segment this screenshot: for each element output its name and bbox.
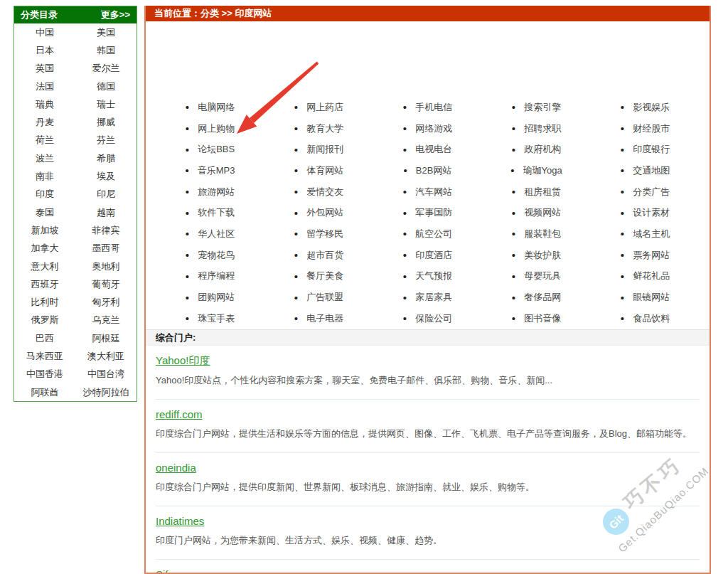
sidebar-country-link[interactable]: 葡萄牙 <box>75 275 136 293</box>
category-link[interactable]: 域名主机 <box>633 228 670 240</box>
sidebar-country-link[interactable]: 德国 <box>75 78 136 95</box>
category-link[interactable]: 餐厅美食 <box>306 270 343 282</box>
sidebar-country-link[interactable]: 中国 <box>14 23 75 41</box>
category-link[interactable]: 军事国防 <box>415 206 452 219</box>
category-link[interactable]: 新闻报刊 <box>306 143 343 156</box>
sidebar-country-link[interactable]: 爱尔兰 <box>75 60 136 78</box>
portal-link[interactable]: rediff.com <box>156 408 203 420</box>
category-link[interactable]: 设计素材 <box>633 206 670 219</box>
category-link[interactable]: 财经股市 <box>633 122 670 135</box>
sidebar-country-link[interactable]: 奥地利 <box>75 257 136 275</box>
sidebar-country-link[interactable]: 阿联酋 <box>14 383 75 401</box>
sidebar-country-link[interactable]: 印尼 <box>75 186 136 203</box>
sidebar-country-link[interactable]: 墨西哥 <box>75 240 136 257</box>
category-link[interactable]: 招聘求职 <box>524 122 561 135</box>
category-link[interactable]: 团购网站 <box>198 291 235 304</box>
category-link[interactable]: 手机电信 <box>415 101 452 114</box>
category-link[interactable]: 影视娱乐 <box>633 101 670 114</box>
sidebar-country-link[interactable]: 美国 <box>75 23 136 41</box>
portal-link[interactable]: Indiatimes <box>156 515 204 527</box>
sidebar-country-link[interactable]: 丹麦 <box>14 113 75 131</box>
category-link[interactable]: 宠物花鸟 <box>198 249 235 262</box>
sidebar-country-link[interactable]: 瑞士 <box>75 95 136 113</box>
sidebar-country-link[interactable]: 澳大利亚 <box>75 347 136 365</box>
sidebar-country-link[interactable]: 意大利 <box>14 257 75 275</box>
category-link[interactable]: B2B网站 <box>416 164 452 177</box>
category-link[interactable]: 超市百货 <box>306 249 343 262</box>
category-link[interactable]: 外包网站 <box>306 206 343 219</box>
category-link[interactable]: 音乐MP3 <box>198 164 235 177</box>
category-link[interactable]: 广告联盟 <box>306 291 343 304</box>
category-link[interactable]: 印度银行 <box>633 143 670 156</box>
category-link[interactable]: 爱情交友 <box>306 186 343 198</box>
category-link[interactable]: 旅游网站 <box>198 186 235 198</box>
sidebar-country-link[interactable]: 瑞典 <box>14 95 75 113</box>
category-link[interactable]: 家居家具 <box>415 291 452 304</box>
sidebar-country-link[interactable]: 荷兰 <box>14 132 75 149</box>
sidebar-country-link[interactable]: 匈牙利 <box>75 293 136 311</box>
category-link[interactable]: 程序编程 <box>198 270 235 282</box>
sidebar-country-link[interactable]: 俄罗斯 <box>14 312 75 329</box>
category-link[interactable]: 网上药店 <box>306 101 343 114</box>
category-link[interactable]: 天气预报 <box>415 270 452 282</box>
category-link[interactable]: 政府机构 <box>524 143 561 156</box>
portal-link[interactable]: Yahoo!印度 <box>156 354 210 368</box>
portal-link[interactable]: oneindia <box>156 462 196 474</box>
sidebar-country-link[interactable]: 菲律宾 <box>75 221 136 239</box>
category-link[interactable]: 论坛BBS <box>198 143 235 156</box>
more-link[interactable]: 更多>> <box>101 9 130 21</box>
sidebar-country-link[interactable]: 希腊 <box>75 149 136 167</box>
category-link[interactable]: 汽车网站 <box>415 186 452 198</box>
category-link[interactable]: 奢侈品网 <box>524 291 561 304</box>
sidebar-country-link[interactable]: 中国香港 <box>14 366 75 383</box>
sidebar-country-link[interactable]: 挪威 <box>75 113 136 131</box>
sidebar-country-link[interactable]: 印度 <box>14 186 75 203</box>
sidebar-country-link[interactable]: 波兰 <box>14 149 75 167</box>
sidebar-country-link[interactable]: 西班牙 <box>14 275 75 293</box>
category-link[interactable]: 食品饮料 <box>633 312 670 325</box>
category-link[interactable]: 软件下载 <box>198 206 235 219</box>
category-link[interactable]: 交通地图 <box>633 164 670 177</box>
category-link[interactable]: 电脑网络 <box>198 101 235 114</box>
category-link[interactable]: 留学移民 <box>306 228 343 240</box>
sidebar-country-link[interactable]: 阿根廷 <box>75 329 136 347</box>
sidebar-country-link[interactable]: 埃及 <box>75 167 136 185</box>
sidebar-country-link[interactable]: 加拿大 <box>14 240 75 257</box>
category-link[interactable]: 眼镜网站 <box>633 291 670 304</box>
sidebar-country-link[interactable]: 巴西 <box>14 329 75 347</box>
category-link[interactable]: 华人社区 <box>198 228 235 240</box>
sidebar-country-link[interactable]: 法国 <box>14 78 75 95</box>
sidebar-country-link[interactable]: 马来西亚 <box>14 347 75 365</box>
sidebar-country-link[interactable]: 泰国 <box>14 203 75 221</box>
sidebar-country-link[interactable]: 南非 <box>14 167 75 185</box>
sidebar-country-link[interactable]: 中国台湾 <box>75 366 136 383</box>
category-link[interactable]: 票务网站 <box>633 249 670 262</box>
portal-link[interactable]: Sify.com <box>156 568 196 574</box>
sidebar-country-link[interactable]: 芬兰 <box>75 132 136 149</box>
category-link[interactable]: 网络游戏 <box>415 122 452 135</box>
sidebar-country-link[interactable]: 越南 <box>75 203 136 221</box>
category-link[interactable]: 电视电台 <box>415 143 452 156</box>
category-link[interactable]: 网上购物 <box>198 122 235 135</box>
category-link[interactable]: 服装鞋包 <box>524 228 561 240</box>
sidebar-country-link[interactable]: 沙特阿拉伯 <box>75 383 136 401</box>
sidebar-country-link[interactable]: 韩国 <box>75 41 136 59</box>
category-link[interactable]: 图书音像 <box>524 312 561 325</box>
category-link[interactable]: 教育大学 <box>306 122 343 135</box>
category-link[interactable]: 美妆护肤 <box>524 249 561 262</box>
category-link[interactable]: 鲜花礼品 <box>633 270 670 282</box>
category-link[interactable]: 航空公司 <box>415 228 452 240</box>
category-link[interactable]: 瑜珈Yoga <box>523 164 562 177</box>
sidebar-country-link[interactable]: 比利时 <box>14 293 75 311</box>
category-link[interactable]: 视频网站 <box>524 206 561 219</box>
category-link[interactable]: 母婴玩具 <box>524 270 561 282</box>
sidebar-country-link[interactable]: 英国 <box>14 60 75 78</box>
category-link[interactable]: 体育网站 <box>306 164 343 177</box>
sidebar-country-link[interactable]: 新加坡 <box>14 221 75 239</box>
sidebar-country-link[interactable]: 乌克兰 <box>75 312 136 329</box>
category-link[interactable]: 保险公司 <box>415 312 452 325</box>
category-link[interactable]: 珠宝手表 <box>198 312 235 325</box>
category-link[interactable]: 租房租赁 <box>524 186 561 198</box>
category-link[interactable]: 电子电器 <box>306 312 343 325</box>
sidebar-country-link[interactable]: 日本 <box>14 41 75 59</box>
